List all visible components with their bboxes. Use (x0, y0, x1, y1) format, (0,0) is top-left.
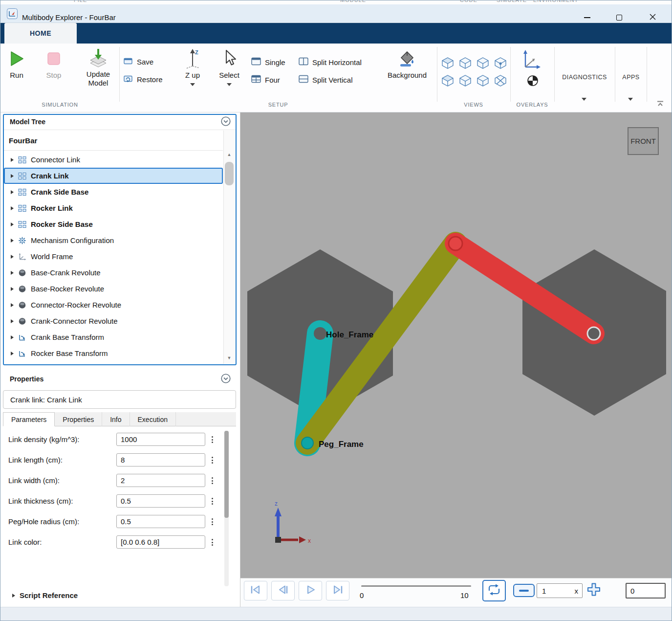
restore-label: Restore (137, 75, 163, 84)
scroll-up-icon[interactable]: ▲ (225, 152, 233, 157)
restore-view-button[interactable]: Restore (124, 75, 163, 84)
time-field[interactable]: 0 (626, 583, 666, 599)
peg-frame-marker[interactable] (302, 437, 313, 449)
split-horizontal-button[interactable]: Split Horizontal (299, 57, 362, 67)
expand-arrow-icon[interactable] (11, 190, 14, 194)
field-options-button[interactable] (209, 536, 216, 548)
tree-item-crank-base-transform[interactable]: Crank Base Transform (5, 329, 222, 345)
expand-arrow-icon[interactable] (11, 287, 14, 291)
field-options-button[interactable] (209, 454, 216, 466)
link-length-input[interactable] (116, 453, 205, 466)
tree-item-connector-link[interactable]: Connector Link (5, 152, 222, 168)
tab-properties[interactable]: Properties (55, 412, 102, 426)
script-reference-toggle[interactable]: Script Reference (12, 591, 78, 599)
field-options-button[interactable] (209, 434, 216, 445)
run-button[interactable]: Run (3, 47, 30, 80)
tree-item-world-frame[interactable]: World Frame (5, 248, 222, 265)
expand-arrow-icon[interactable] (11, 352, 14, 355)
tree-item-rocker-base-transform[interactable]: Rocker Base Transform (5, 345, 222, 361)
view-cube-button-7[interactable] (477, 75, 489, 89)
tab-info[interactable]: Info (102, 412, 130, 426)
tree-item-crank-side-base[interactable]: Crank Side Base (5, 184, 222, 200)
tree-item-base-rocker-revolute[interactable]: Base-Rocker Revolute (5, 281, 222, 297)
view-cube-button-3[interactable] (477, 57, 489, 71)
expand-arrow-icon[interactable] (11, 222, 14, 226)
field-options-button[interactable] (209, 495, 216, 507)
loop-button[interactable] (482, 580, 506, 601)
link-color-input[interactable] (116, 535, 205, 549)
tree-item-base-crank-revolute[interactable]: Base-Crank Revolute (5, 265, 222, 281)
tree-item-connector-rocker-revolute[interactable]: Connector-Rocker Revolute (5, 297, 222, 313)
four-view-button[interactable]: Four (251, 75, 280, 85)
tab-parameters[interactable]: Parameters (3, 412, 55, 426)
expand-arrow-icon[interactable] (11, 239, 14, 243)
tab-home[interactable]: HOME (4, 23, 77, 44)
expand-arrow-icon[interactable] (11, 158, 14, 162)
tree-item-mechanism-configuration[interactable]: Mechanism Configuration (5, 232, 222, 248)
scrollbar-thumb[interactable] (225, 162, 234, 185)
split-vertical-button[interactable]: Split Vertical (299, 75, 353, 85)
view-cube-button-6[interactable] (459, 75, 472, 89)
fit-to-view-button[interactable] (494, 75, 507, 89)
field-options-button[interactable] (209, 516, 216, 528)
time-slider[interactable] (361, 585, 471, 587)
scroll-down-icon[interactable]: ▼ (225, 355, 233, 360)
single-view-button[interactable]: Single (251, 57, 285, 67)
expand-arrow-icon[interactable] (11, 303, 14, 307)
frame-overlay-button[interactable] (520, 48, 542, 73)
tree-item-label: Rocker Link (31, 204, 73, 212)
link-thickness-input[interactable] (116, 494, 205, 508)
field-options-button[interactable] (209, 475, 216, 487)
stop-button[interactable]: Stop (41, 47, 67, 80)
apps-dropdown[interactable]: APPS (616, 74, 646, 81)
peg-hole-radius-input[interactable] (116, 515, 205, 528)
collapse-model-tree-button[interactable] (220, 116, 231, 129)
tree-root[interactable]: FourBar (9, 136, 37, 145)
step-forward-button[interactable] (326, 581, 349, 600)
view-cube-button-5[interactable] (441, 75, 454, 89)
select-dropdown[interactable]: Select (215, 47, 244, 86)
viewport-canvas[interactable]: z x (240, 112, 672, 578)
expand-arrow-icon[interactable] (11, 271, 14, 275)
select-cursor-icon (222, 47, 237, 70)
view-cube-button-2[interactable] (459, 57, 472, 71)
tree-item-crank-link[interactable]: Crank Link (4, 168, 223, 184)
play-button[interactable] (299, 581, 322, 600)
diagnostics-dropdown[interactable]: DIAGNOSTICS (555, 74, 614, 81)
background-button[interactable]: Background (381, 47, 434, 80)
divider (4, 150, 223, 151)
z-up-dropdown[interactable]: Z Z up (179, 47, 206, 86)
go-to-start-button[interactable] (244, 581, 267, 600)
step-back-button[interactable] (271, 581, 295, 600)
link-density-input[interactable] (116, 433, 205, 446)
crank-connector-joint-marker[interactable] (449, 237, 462, 250)
hole-frame-marker[interactable] (314, 327, 326, 340)
collapse-ribbon-button[interactable] (656, 100, 664, 109)
expand-arrow-icon[interactable] (11, 319, 14, 323)
center-of-mass-overlay-button[interactable] (527, 75, 539, 89)
chevron-down-icon (227, 83, 232, 86)
single-view-icon (251, 57, 261, 67)
paint-bucket-icon (399, 47, 415, 70)
tree-item-crank-connector-revolute[interactable]: Crank-Connector Revolute (5, 313, 222, 329)
speed-increase-button[interactable] (585, 581, 602, 600)
expand-arrow-icon[interactable] (11, 174, 14, 178)
speed-decrease-button[interactable] (513, 584, 535, 597)
view-cube-button-1[interactable] (441, 57, 454, 71)
update-model-button[interactable]: Update Model (78, 46, 119, 88)
expand-arrow-icon[interactable] (11, 255, 14, 259)
tree-item-rocker-link[interactable]: Rocker Link (5, 200, 222, 216)
expand-arrow-icon[interactable] (11, 206, 14, 210)
viewport[interactable]: z x FRONT Hole_Frame Peg_Frame (240, 112, 672, 578)
rocker-hole-marker[interactable] (587, 327, 600, 340)
save-view-button[interactable]: Save (124, 57, 153, 67)
view-cube-button-4[interactable] (494, 57, 507, 71)
tab-execution[interactable]: Execution (130, 412, 176, 426)
expand-arrow-icon[interactable] (11, 335, 14, 339)
expand-arrow-icon[interactable] (12, 594, 15, 598)
tree-item-rocker-side-base[interactable]: Rocker Side Base (5, 216, 222, 232)
collapse-properties-button[interactable] (220, 373, 231, 386)
scrollbar-thumb[interactable] (224, 431, 229, 518)
speed-field[interactable]: 1 x (537, 583, 583, 598)
link-width-input[interactable] (116, 474, 205, 487)
